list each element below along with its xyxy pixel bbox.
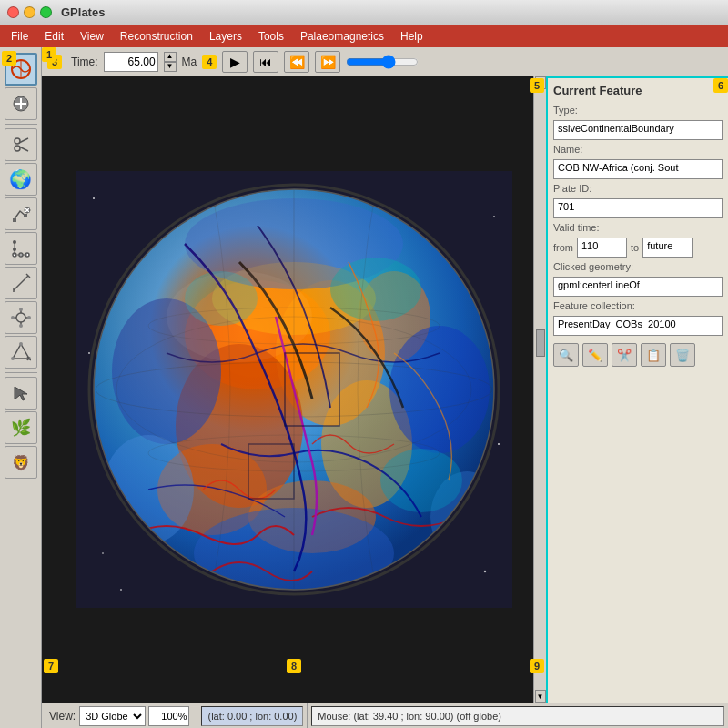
measure-distance-tool[interactable] — [5, 267, 37, 299]
globe-scrollbar[interactable]: ▲ ▼ — [533, 76, 546, 703]
close-button[interactable] — [7, 6, 19, 18]
clone-button[interactable]: ✂️ — [612, 343, 637, 367]
from-value: 110 — [577, 238, 627, 258]
mouse-coords-display: Mouse: (lat: 39.40 ; lon: 90.00) (off gl… — [311, 706, 724, 726]
left-toolbar: 2 🌍 — [0, 47, 42, 728]
menu-layers[interactable]: Layers — [202, 28, 249, 45]
svg-point-24 — [16, 313, 25, 322]
svg-point-44 — [498, 443, 500, 445]
svg-marker-33 — [13, 344, 29, 359]
badge-9: 9 — [530, 659, 544, 673]
plate-id-label: Plate ID: — [553, 183, 723, 194]
menu-palaeomagnetics[interactable]: Palaeomagnetics — [293, 28, 391, 45]
svg-point-46 — [484, 571, 486, 572]
speed-slider[interactable] — [346, 55, 419, 69]
add-point-tool[interactable] — [5, 87, 37, 120]
mouse-section: Mouse: (lat: 39.40 ; lon: 90.00) (off gl… — [308, 703, 728, 728]
play-button[interactable]: ▶ — [222, 51, 248, 73]
view-select[interactable]: 3D Globe 2D Map — [79, 706, 146, 726]
name-label: Name: — [553, 144, 723, 155]
clicked-geom-label: Clicked geometry: — [553, 261, 723, 272]
menu-reconstruction[interactable]: Reconstruction — [113, 28, 200, 45]
type-label: Type: — [553, 105, 723, 116]
digitise-polyline-tool[interactable] — [5, 232, 37, 265]
topology-boundary-tool[interactable] — [5, 336, 37, 369]
hellinger-tool[interactable]: 🦁 — [5, 446, 37, 479]
svg-point-32 — [11, 316, 15, 319]
svg-rect-10 — [24, 214, 27, 217]
svg-point-43 — [88, 352, 90, 354]
topology-tool[interactable] — [5, 301, 37, 334]
coords-display: (lat: 0.00 ; lon: 0.00) — [201, 706, 303, 726]
svg-point-42 — [493, 216, 495, 217]
plate-id-value: 701 — [553, 198, 723, 218]
badge-4: 4 — [202, 55, 217, 69]
step-forward-button[interactable]: ⏩ — [315, 51, 340, 73]
menu-help[interactable]: Help — [393, 28, 430, 45]
from-label: from — [553, 242, 573, 253]
svg-point-47 — [120, 589, 122, 591]
badge-5: 5 — [530, 78, 544, 93]
view-label: View: — [49, 710, 76, 723]
badge-7: 7 — [44, 659, 58, 673]
badge-6: 6 — [713, 78, 728, 93]
feature-collection-value: PresentDay_COBs_20100 — [553, 316, 723, 336]
valid-time-fields: from 110 to future — [553, 238, 723, 258]
titlebar: GPlates — [0, 0, 728, 25]
time-spinner: ▲ ▼ — [164, 52, 177, 72]
ma-label: Ma — [182, 56, 197, 68]
time-down[interactable]: ▼ — [164, 62, 177, 72]
menu-edit[interactable]: Edit — [37, 28, 71, 45]
minimize-button[interactable] — [24, 6, 35, 18]
svg-rect-9 — [13, 218, 16, 222]
badge-2: 2 — [2, 51, 16, 66]
globe-svg — [76, 171, 512, 608]
badge-1: 1 — [42, 47, 56, 62]
menubar: File Edit View Reconstruction Layers Too… — [0, 25, 728, 47]
svg-point-36 — [11, 357, 15, 360]
step-back-button[interactable]: ⏪ — [284, 51, 309, 73]
coords-section: (lat: 0.00 ; lon: 0.00) — [197, 703, 308, 728]
digitise-line-tool[interactable] — [5, 197, 37, 230]
main-container: 2 🌍 — [0, 47, 728, 728]
svg-line-21 — [14, 276, 28, 290]
feature-name-value: COB NW-Africa (conj. Sout — [553, 159, 723, 179]
svg-point-73 — [94, 189, 494, 590]
svg-point-29 — [19, 308, 23, 311]
window-controls — [7, 6, 52, 18]
skip-to-start-button[interactable]: ⏮ — [253, 51, 278, 73]
menu-tools[interactable]: Tools — [251, 28, 291, 45]
zoom-input[interactable] — [148, 706, 189, 726]
feature-actions: 🔍 ✏️ ✂️ 📋 🗑️ — [553, 343, 723, 367]
delete-button[interactable]: 🗑️ — [670, 343, 695, 367]
menu-view[interactable]: View — [73, 28, 111, 45]
valid-time-label: Valid time: — [553, 222, 723, 233]
to-label: to — [631, 242, 639, 253]
time-up[interactable]: ▲ — [164, 52, 177, 62]
feature-collection-label: Feature collection: — [553, 300, 723, 311]
globe-viewport[interactable]: 5 7 8 9 — [42, 76, 546, 703]
edit-feature-button[interactable]: ✏️ — [582, 343, 608, 367]
feature-type-value: ssiveContinentalBoundary — [553, 120, 723, 140]
svg-point-74 — [167, 271, 312, 362]
select-topology-tool[interactable] — [5, 377, 37, 410]
view-section: View: 3D Globe 2D Map — [42, 703, 197, 728]
controls-bar: 3 Time: ▲ ▼ Ma 4 ▶ ⏮ ⏪ ⏩ — [42, 47, 728, 76]
copy-button[interactable]: 📋 — [641, 343, 666, 367]
time-label: Time: — [71, 56, 98, 68]
africa-feature-tool[interactable]: 🌍 — [5, 163, 37, 196]
svg-point-34 — [19, 342, 23, 346]
time-input[interactable] — [104, 52, 158, 72]
maximize-button[interactable] — [40, 6, 52, 18]
svg-point-41 — [93, 197, 95, 199]
menu-file[interactable]: File — [4, 28, 35, 45]
query-button[interactable]: 🔍 — [553, 343, 579, 367]
svg-point-45 — [102, 552, 104, 554]
to-value: future — [642, 238, 693, 258]
app-title: GPlates — [61, 5, 105, 19]
status-bar: View: 3D Globe 2D Map (lat: 0.00 ; lon: … — [42, 703, 728, 728]
clicked-geom-value: gpml:centerLineOf — [553, 277, 723, 297]
scissors-tool[interactable] — [5, 128, 37, 161]
smallcircle-tool[interactable]: 🌿 — [5, 411, 37, 444]
badge-8: 8 — [287, 659, 301, 673]
